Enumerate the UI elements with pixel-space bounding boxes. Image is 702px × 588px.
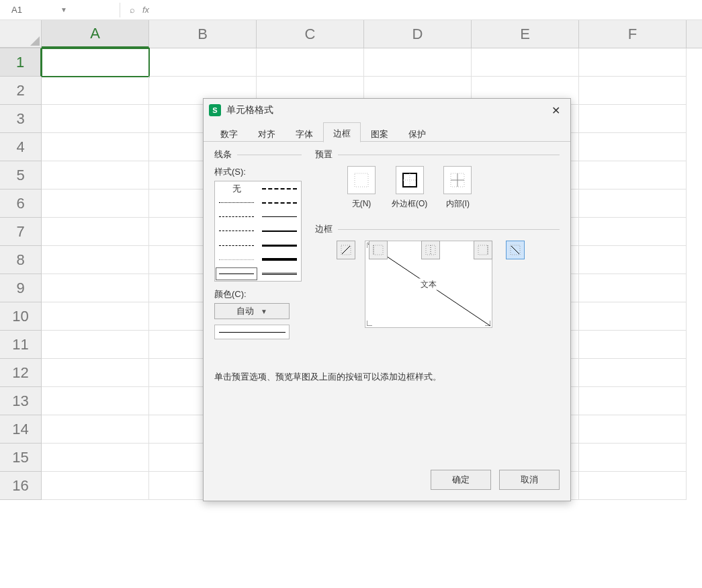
row-header[interactable]: 10 <box>0 302 42 331</box>
row-header[interactable]: 12 <box>0 359 42 387</box>
dialog-titlebar[interactable]: S 单元格格式 ✕ <box>204 99 570 122</box>
formula-input[interactable] <box>152 3 702 17</box>
line-style-picker[interactable]: 无 <box>214 181 302 282</box>
cell[interactable] <box>579 218 687 246</box>
line-style-dashdot[interactable] <box>215 210 258 224</box>
line-style-mediumdash[interactable] <box>258 196 301 210</box>
cancel-button[interactable]: 取消 <box>499 470 560 490</box>
cell[interactable] <box>579 190 687 218</box>
row-header[interactable]: 14 <box>0 415 42 444</box>
column-header[interactable]: F <box>579 20 687 48</box>
cell[interactable] <box>364 48 472 77</box>
formula-bar: A1 ▼ ⌕ fx <box>0 0 702 20</box>
cell[interactable] <box>579 246 687 274</box>
cell[interactable] <box>579 48 687 77</box>
row-header[interactable]: 16 <box>0 472 42 500</box>
tab-1[interactable]: 对齐 <box>248 122 286 142</box>
zoom-icon[interactable]: ⌕ <box>126 5 139 15</box>
line-style-dotted[interactable] <box>215 196 258 210</box>
line-style-thin[interactable] <box>215 267 258 281</box>
tab-4[interactable]: 图案 <box>361 122 398 142</box>
cell[interactable] <box>42 472 149 500</box>
cell[interactable] <box>42 218 149 246</box>
row-header[interactable]: 5 <box>0 161 42 190</box>
cell[interactable] <box>42 274 149 302</box>
cell[interactable] <box>42 359 149 387</box>
border-middle-v-button[interactable] <box>421 241 440 259</box>
border-left-button[interactable] <box>369 241 388 259</box>
cell-reference-text: A1 <box>11 5 60 15</box>
color-picker[interactable]: 自动 ▼ <box>214 303 290 319</box>
line-style-hair[interactable] <box>215 253 258 267</box>
cell[interactable] <box>579 302 687 331</box>
line-style-double[interactable] <box>258 267 301 281</box>
row-header[interactable]: 2 <box>0 77 42 105</box>
cell[interactable] <box>42 415 149 444</box>
cell[interactable] <box>579 105 687 133</box>
row-header[interactable]: 1 <box>0 48 42 77</box>
line-style-mediumdashdot[interactable] <box>258 181 301 196</box>
row-header[interactable]: 9 <box>0 274 42 302</box>
cell[interactable] <box>472 48 579 77</box>
line-preview <box>214 325 290 339</box>
preset-outline[interactable]: 外边框(O) <box>392 166 427 210</box>
column-header[interactable]: B <box>149 20 257 48</box>
column-header[interactable]: D <box>364 20 472 48</box>
cell[interactable] <box>579 161 687 190</box>
cell[interactable] <box>257 48 364 77</box>
line-style-longdash[interactable] <box>215 239 258 253</box>
fx-icon[interactable]: fx <box>139 5 152 15</box>
line-style-none[interactable]: 无 <box>215 181 258 196</box>
cell[interactable] <box>149 48 257 77</box>
cell[interactable] <box>42 133 149 161</box>
cell[interactable] <box>579 331 687 359</box>
tab-3[interactable]: 边框 <box>323 122 361 142</box>
border-diag-up-button[interactable] <box>337 241 355 259</box>
cell[interactable] <box>579 415 687 444</box>
tab-0[interactable]: 数字 <box>210 122 248 142</box>
cell[interactable] <box>579 133 687 161</box>
cell[interactable] <box>42 302 149 331</box>
cell[interactable] <box>42 190 149 218</box>
border-diag-down-button[interactable] <box>506 241 525 259</box>
line-style-dashed[interactable] <box>215 224 258 238</box>
column-header[interactable]: C <box>257 20 364 48</box>
cell[interactable] <box>42 161 149 190</box>
preset-none[interactable]: 无(N) <box>347 166 376 210</box>
preset-inside[interactable]: 内部(I) <box>443 166 472 210</box>
ok-button[interactable]: 确定 <box>431 470 491 490</box>
select-all-corner[interactable] <box>0 20 42 48</box>
cell[interactable] <box>42 444 149 472</box>
column-header[interactable]: E <box>472 20 579 48</box>
cell[interactable] <box>579 274 687 302</box>
cell[interactable] <box>579 387 687 415</box>
row-header[interactable]: 15 <box>0 444 42 472</box>
line-style-medium[interactable] <box>258 224 301 238</box>
cell[interactable] <box>42 77 149 105</box>
cell[interactable] <box>42 246 149 274</box>
cell[interactable] <box>579 444 687 472</box>
tab-5[interactable]: 保护 <box>398 122 436 142</box>
tab-2[interactable]: 字体 <box>286 122 323 142</box>
border-right-button[interactable] <box>474 241 492 259</box>
cell[interactable] <box>579 77 687 105</box>
cell[interactable] <box>579 359 687 387</box>
cell[interactable] <box>42 105 149 133</box>
row-header[interactable]: 11 <box>0 331 42 359</box>
row-header[interactable]: 7 <box>0 218 42 246</box>
row-header[interactable]: 6 <box>0 190 42 218</box>
cell[interactable] <box>579 472 687 500</box>
row-header[interactable]: 4 <box>0 133 42 161</box>
line-style-heavy[interactable] <box>258 253 301 267</box>
cell[interactable] <box>42 48 149 77</box>
cell-reference-box[interactable]: A1 ▼ <box>7 3 114 17</box>
cell[interactable] <box>42 387 149 415</box>
line-style-thick[interactable] <box>258 239 301 253</box>
row-header[interactable]: 13 <box>0 387 42 415</box>
line-style-medium2[interactable] <box>258 210 301 224</box>
close-icon[interactable]: ✕ <box>546 101 565 120</box>
column-header[interactable]: A <box>42 20 149 48</box>
row-header[interactable]: 8 <box>0 246 42 274</box>
row-header[interactable]: 3 <box>0 105 42 133</box>
cell[interactable] <box>42 331 149 359</box>
